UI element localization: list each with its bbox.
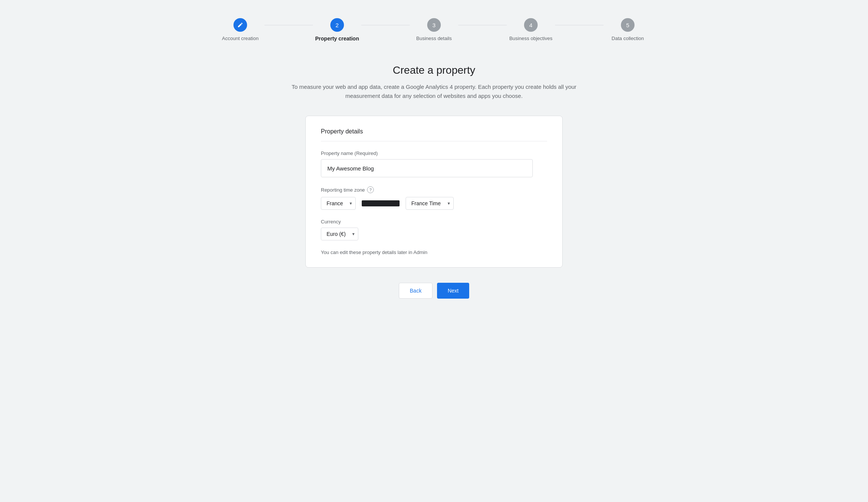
property-name-input[interactable] [321, 159, 533, 177]
step-property-creation: 2 Property creation [313, 18, 361, 42]
currency-select[interactable]: Euro (€) [321, 228, 358, 240]
connector-1-2 [264, 25, 313, 25]
stepper: Account creation 2 Property creation 3 B… [216, 18, 652, 42]
country-select-wrapper: France ▾ [321, 197, 356, 210]
step-circle-5: 5 [621, 18, 635, 32]
step-circle-1 [233, 18, 247, 32]
back-button[interactable]: Back [399, 283, 432, 299]
step-data-collection: 5 Data collection [604, 18, 652, 41]
help-icon[interactable]: ? [367, 186, 374, 193]
step-label-4: Business objectives [509, 36, 552, 41]
property-name-field: Property name (Required) [321, 150, 547, 177]
step-business-details: 3 Business details [410, 18, 458, 41]
country-select[interactable]: France [321, 197, 356, 210]
timezone-label: Reporting time zone [321, 187, 365, 193]
connector-4-5 [555, 25, 604, 25]
currency-field: Currency Euro (€) ▾ [321, 219, 547, 240]
page-title: Create a property [216, 64, 652, 76]
timezone-select[interactable]: France Time [406, 197, 454, 210]
step-circle-4: 4 [524, 18, 538, 32]
step-account-creation: Account creation [216, 18, 264, 41]
timezone-row: France ▾ France Time ▾ [321, 197, 547, 210]
step-label-5: Data collection [611, 36, 644, 41]
step-label-3: Business details [416, 36, 452, 41]
connector-2-3 [361, 25, 410, 25]
timezone-label-row: Reporting time zone ? [321, 186, 547, 193]
connector-3-4 [458, 25, 507, 25]
timezone-select-wrapper: France Time ▾ [406, 197, 454, 210]
currency-select-wrapper: Euro (€) ▾ [321, 228, 358, 240]
page-description: To measure your web and app data, create… [290, 82, 578, 101]
step-business-objectives: 4 Business objectives [507, 18, 555, 41]
button-row: Back Next [216, 283, 652, 299]
main-content: Create a property To measure your web an… [216, 64, 652, 299]
card-title: Property details [321, 128, 547, 141]
next-button[interactable]: Next [437, 283, 469, 299]
timezone-redacted-bar [362, 200, 400, 206]
property-name-label: Property name (Required) [321, 150, 547, 156]
step-circle-2: 2 [330, 18, 344, 32]
timezone-field: Reporting time zone ? France ▾ France Ti… [321, 186, 547, 210]
admin-note: You can edit these property details late… [321, 249, 547, 255]
step-circle-3: 3 [427, 18, 441, 32]
currency-label: Currency [321, 219, 547, 225]
property-details-card: Property details Property name (Required… [305, 116, 563, 268]
step-label-1: Account creation [222, 36, 259, 41]
step-label-2: Property creation [315, 36, 359, 42]
